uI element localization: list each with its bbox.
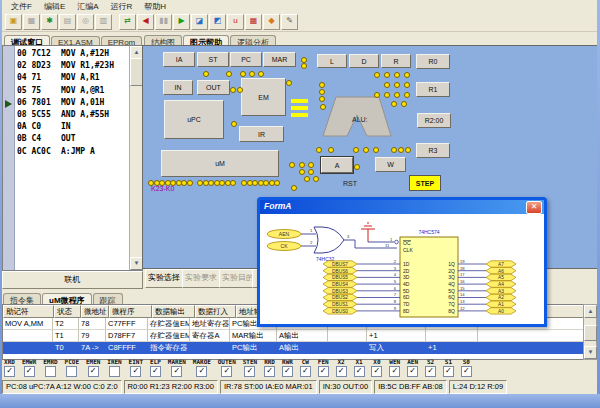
menu-edit[interactable]: 编辑E (39, 1, 70, 12)
connection-dot[interactable] (187, 180, 193, 186)
connection-dot[interactable] (320, 104, 326, 110)
connection-dot[interactable] (363, 147, 369, 153)
diagram-block-in[interactable]: IN (163, 80, 193, 95)
code-line[interactable]: 02 8D23MOV R1,#23H (17, 61, 128, 73)
connection-dot[interactable] (203, 71, 209, 77)
connection-dot[interactable] (313, 176, 319, 182)
debug-code-panel[interactable]: 00 7C12MOV A,#12H02 8D23MOV R1,#23H04 71… (2, 45, 143, 271)
connection-dot[interactable] (258, 71, 264, 77)
signal-checkbox[interactable]: ✓ (300, 366, 311, 377)
signal-checkbox[interactable]: ✓ (336, 366, 347, 377)
diagram-block-r1[interactable]: R1 (416, 82, 450, 97)
connection-dot[interactable] (404, 82, 410, 88)
forma-dialog[interactable]: FormA ✕ AEN CK 1 2 3 74HC32 (257, 197, 547, 327)
connection-dot[interactable] (291, 185, 297, 191)
signal-checkbox[interactable]: ✓ (407, 366, 418, 377)
connection-dot[interactable] (308, 169, 314, 175)
signal-checkbox[interactable]: ✓ (150, 366, 161, 377)
signal-checkbox[interactable] (45, 366, 56, 377)
connection-dot[interactable] (249, 71, 255, 77)
connection-dot[interactable] (374, 92, 380, 98)
connection-dot[interactable] (237, 87, 243, 93)
menu-run[interactable]: 运行R (106, 1, 138, 12)
reset-button[interactable]: ◀ (137, 14, 154, 30)
table-scrollbar[interactable]: ▲ ▼ (583, 304, 597, 360)
jump-button[interactable]: ◆ (263, 14, 280, 30)
scroll-thumb[interactable] (584, 325, 597, 341)
connection-dot[interactable] (405, 147, 411, 153)
connection-dot[interactable] (354, 164, 360, 170)
menu-help[interactable]: 帮助H (139, 1, 171, 12)
signal-checkbox[interactable]: ✓ (425, 366, 436, 377)
code-scrollbar[interactable]: ▲ ▼ (129, 46, 142, 270)
diagram-block-upc[interactable]: uPC (164, 100, 224, 139)
signal-checkbox[interactable]: ✓ (264, 366, 275, 377)
experiment-select-button[interactable]: 实验选择 (145, 269, 183, 288)
connection-dot[interactable] (289, 162, 295, 168)
connection-dot[interactable] (230, 87, 236, 93)
connection-dot[interactable] (226, 71, 232, 77)
diagram-block-r[interactable]: R (381, 54, 411, 68)
connection-dot[interactable] (304, 176, 310, 182)
connection-dot[interactable] (374, 72, 380, 78)
debug-lamp-button[interactable]: ✎ (281, 14, 298, 30)
connection-dot[interactable] (240, 71, 246, 77)
diagram-block-out[interactable]: OUT (197, 80, 230, 95)
open-file-button[interactable]: ▣ (5, 14, 22, 30)
menu-file[interactable]: 文件F (6, 1, 37, 12)
micro-u-button[interactable]: u (227, 14, 244, 30)
signal-checkbox[interactable]: ✓ (371, 366, 382, 377)
connection-dot[interactable] (384, 92, 390, 98)
connection-dot[interactable] (328, 147, 334, 153)
dialog-title-bar[interactable]: FormA ✕ (260, 200, 544, 214)
scroll-up-icon[interactable]: ▲ (584, 305, 597, 318)
connection-dot[interactable] (384, 72, 390, 78)
connection-dot[interactable] (319, 89, 325, 95)
connection-dot[interactable] (299, 169, 305, 175)
code-line[interactable]: 08 5C55AND A,#55H (17, 110, 128, 122)
diagram-block-r3[interactable]: R3 (416, 143, 450, 158)
diagram-block-um[interactable]: uM (161, 150, 279, 177)
signal-checkbox[interactable]: ✓ (318, 366, 329, 377)
signal-checkbox[interactable]: ✓ (354, 366, 365, 377)
code-line[interactable]: 04 71MOV A,R1 (17, 73, 128, 85)
signal-checkbox[interactable]: ✓ (389, 366, 400, 377)
signal-checkbox[interactable]: ✓ (88, 366, 99, 377)
code-line[interactable]: 00 7C12MOV A,#12H (17, 49, 128, 61)
connection-dot[interactable] (394, 92, 400, 98)
signal-checkbox[interactable] (66, 366, 77, 377)
signal-checkbox[interactable] (109, 366, 120, 377)
connection-dot[interactable] (319, 96, 325, 102)
diagram-block-r200[interactable]: R2:00 (417, 113, 451, 128)
signal-checkbox[interactable]: ✓ (196, 366, 207, 377)
code-line[interactable]: 06 7801MOV A,01H (17, 98, 128, 110)
diagram-block-r0[interactable]: R0 (416, 54, 450, 69)
connection-dot[interactable] (404, 92, 410, 98)
signal-checkbox[interactable]: ✓ (244, 366, 255, 377)
diagram-block-em[interactable]: EM (241, 78, 286, 116)
connection-dot[interactable] (394, 72, 400, 78)
connection-dot[interactable] (231, 121, 237, 127)
diagram-block-w[interactable]: W (375, 157, 406, 172)
signal-checkbox[interactable]: ✓ (24, 366, 35, 377)
diagram-block-a[interactable]: A (321, 157, 353, 173)
chip-grid-button[interactable]: ▦ (245, 14, 262, 30)
code-line[interactable]: 0C AC0CA:JMP A (17, 147, 128, 159)
table-row[interactable]: T179D78FF7存贮器值EM寄存器AMAR输出A输出+1 (3, 330, 584, 342)
write-ram-button[interactable]: ◩ (209, 14, 226, 30)
connection-dot[interactable] (230, 180, 236, 186)
signal-checkbox[interactable]: ✓ (221, 366, 232, 377)
diagram-block-ir[interactable]: IR (239, 126, 284, 142)
code-line[interactable]: 05 75MOV A,@R1 (17, 86, 128, 98)
connection-dot[interactable] (319, 82, 325, 88)
connection-dot[interactable] (353, 147, 359, 153)
connection-dot[interactable] (401, 101, 407, 107)
connection-dot[interactable] (373, 147, 379, 153)
menu-assemble[interactable]: 汇编A (72, 1, 103, 12)
connection-dot[interactable] (274, 180, 280, 186)
compile-button[interactable]: ✱ (41, 14, 58, 30)
code-line[interactable]: 0B C4OUT (17, 134, 128, 146)
diagram-block-mar[interactable]: MAR (263, 52, 296, 67)
run-button[interactable]: ▶ (173, 14, 190, 30)
close-icon[interactable]: ✕ (526, 201, 542, 214)
